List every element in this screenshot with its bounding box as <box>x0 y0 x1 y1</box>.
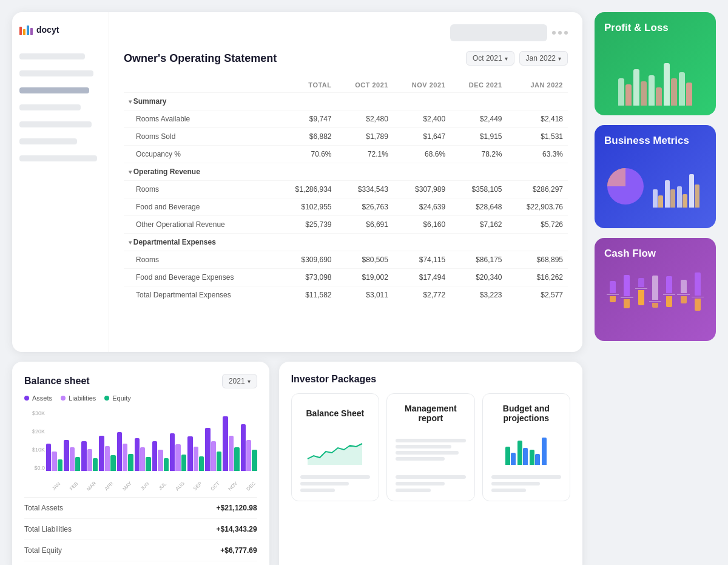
row-value: $286,297 <box>507 181 568 198</box>
section-header-value <box>275 93 336 110</box>
package-budget-projections[interactable]: Budget and projections <box>482 393 570 501</box>
total-row-liabilities: Total Liabilities +$14,343.29 <box>24 519 257 540</box>
legend-assets: Assets <box>24 394 52 402</box>
cash-flow-title: Cash Flow <box>604 248 706 260</box>
month-bar-group <box>81 441 98 471</box>
row-value: $26,763 <box>337 198 393 216</box>
pkg-line <box>300 475 370 479</box>
equity-bar <box>110 455 115 471</box>
section-header-value <box>507 93 568 110</box>
liability-bar <box>87 449 92 471</box>
row-value: $2,577 <box>507 286 568 304</box>
row-value: $22,903.76 <box>507 198 568 216</box>
total-liabilities-value: +$14,343.29 <box>217 525 257 533</box>
row-label: Food and Beverage <box>124 198 275 216</box>
row-value: $6,691 <box>337 216 393 234</box>
package-title-mr: Management report <box>396 402 465 424</box>
dot-icon <box>564 31 568 35</box>
logo-icon <box>19 24 33 35</box>
month-bar-group <box>117 432 133 471</box>
bottom-row: Balance sheet 2021 Assets Liabilities Eq… <box>12 362 582 565</box>
asset-bar <box>205 428 210 471</box>
row-value: $6,882 <box>275 128 336 146</box>
business-metrics-card[interactable]: Business Metrics <box>595 125 716 228</box>
sidebar-item[interactable] <box>19 87 89 93</box>
pkg-line <box>300 482 349 485</box>
row-value: $1,915 <box>450 128 507 146</box>
sidebar-item[interactable] <box>19 53 85 59</box>
logo[interactable]: docyt <box>19 24 101 35</box>
section-header-value <box>337 163 393 181</box>
sidebar-item[interactable] <box>19 104 81 110</box>
row-value: $2,480 <box>337 110 393 128</box>
liability-bar <box>123 444 127 471</box>
sidebar-item[interactable] <box>19 155 97 161</box>
balance-bar-chart: $30K $20K $10K $0.0 <box>24 410 257 483</box>
equity-bar <box>93 458 98 471</box>
package-management-report[interactable]: Management report <box>386 393 474 501</box>
pkg-line <box>396 489 431 492</box>
row-value: $5,726 <box>507 216 568 234</box>
total-row-equity: Total Equity +$6,777.69 <box>24 540 257 561</box>
section-header-value <box>275 163 336 181</box>
search-bar-placeholder <box>450 24 547 41</box>
section-header-label: Operating Revenue <box>124 163 275 181</box>
liability-bar <box>175 444 180 471</box>
section-header-value <box>450 234 507 251</box>
pkg-line <box>396 482 445 485</box>
equity-bar <box>164 458 169 471</box>
row-value: 68.6% <box>393 146 450 163</box>
balance-sheet-card: Balance sheet 2021 Assets Liabilities Eq… <box>12 362 269 565</box>
profit-loss-title: Profit & Loss <box>604 22 706 34</box>
row-value: $1,531 <box>507 128 568 146</box>
row-value: $1,789 <box>337 128 393 146</box>
col-header-label <box>124 78 275 93</box>
date-filters: Oct 2021 Jan 2022 <box>466 51 568 66</box>
pkg-line <box>491 475 561 479</box>
row-label: Food and Beverage Expenses <box>124 269 275 286</box>
month-bar-group <box>241 424 257 471</box>
month-bar-group <box>187 436 204 471</box>
asset-bar <box>223 416 228 471</box>
equity-bar <box>217 452 221 471</box>
asset-bar <box>99 436 104 471</box>
section-header-value <box>507 163 568 181</box>
package-balance-sheet[interactable]: Balance Sheet <box>291 393 379 501</box>
profit-loss-card[interactable]: Profit & Loss <box>595 12 716 115</box>
row-value: $11,582 <box>275 286 336 304</box>
section-header-label: Departmental Expenses <box>124 234 275 251</box>
bm-bar-chart <box>653 165 706 208</box>
liability-bar <box>211 441 216 471</box>
sidebar-item[interactable] <box>19 138 77 144</box>
logo-text: docyt <box>36 25 59 35</box>
equity-bar <box>199 456 204 471</box>
row-value: $2,418 <box>507 110 568 128</box>
row-label: Rooms Available <box>124 110 275 128</box>
statement-header: Owner's Operating Statement Oct 2021 Jan… <box>124 51 568 66</box>
section-header-value <box>337 93 393 110</box>
equity-bar <box>128 454 133 471</box>
row-value: $9,747 <box>275 110 336 128</box>
equity-bar <box>252 450 257 471</box>
top-card: docyt <box>12 12 582 352</box>
total-assets-label: Total Assets <box>24 504 63 512</box>
legend-label-equity: Equity <box>112 394 131 402</box>
table-row: Rooms Sold$6,882$1,789$1,647$1,915$1,531 <box>124 128 568 146</box>
sidebar-item[interactable] <box>19 70 93 76</box>
sidebar-item[interactable] <box>19 121 92 127</box>
row-value: $3,011 <box>337 286 393 304</box>
budget-bars <box>505 435 547 465</box>
section-header-value <box>507 234 568 251</box>
asset-bar <box>135 438 140 471</box>
row-value: $334,543 <box>337 181 393 198</box>
date-to-btn[interactable]: Jan 2022 <box>519 51 568 66</box>
cash-flow-card[interactable]: Cash Flow <box>595 238 716 341</box>
package-title-bs: Balance Sheet <box>300 402 370 424</box>
asset-bar <box>170 433 175 471</box>
pie-chart <box>604 165 647 208</box>
profit-loss-visual <box>604 41 706 106</box>
statement-table: TOTAL OCT 2021 NOV 2021 DEC 2021 JAN 202… <box>124 78 568 303</box>
year-filter-btn[interactable]: 2021 <box>222 374 257 388</box>
row-value: $3,223 <box>450 286 507 304</box>
date-from-btn[interactable]: Oct 2021 <box>466 51 514 66</box>
